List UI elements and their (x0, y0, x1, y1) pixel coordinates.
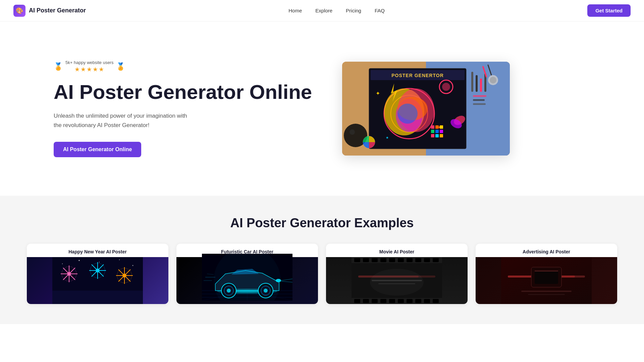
svg-rect-38 (473, 95, 486, 97)
svg-rect-122 (389, 299, 395, 303)
example-card-movie[interactable]: Movie AI Poster (326, 244, 468, 304)
nav-links: Home Explore Pricing FAQ (288, 8, 385, 14)
badge-text: 5k+ happy website users (65, 60, 113, 65)
svg-rect-18 (431, 125, 434, 129)
svg-point-49 (132, 265, 133, 266)
card-title-ad: Advertising AI Poster (476, 244, 617, 257)
svg-rect-19 (435, 125, 439, 129)
hero-subtitle: Unleash the unlimited power of your imag… (54, 111, 195, 129)
svg-rect-23 (440, 130, 443, 133)
hero-title: AI Poster Generator Online (54, 81, 315, 103)
svg-rect-127 (433, 299, 439, 303)
svg-rect-107 (354, 258, 360, 262)
navbar: 🎨 AI Poster Generator Home Explore Prici… (0, 0, 644, 21)
card-title-movie: Movie AI Poster (326, 244, 468, 257)
svg-rect-44 (52, 291, 143, 304)
examples-section: AI Poster Generator Examples Happy New Y… (0, 196, 644, 324)
svg-rect-108 (363, 258, 369, 262)
svg-text:POSTER GENERTOR: POSTER GENERTOR (391, 73, 444, 78)
svg-rect-140 (521, 291, 572, 292)
svg-rect-113 (407, 258, 413, 262)
svg-rect-110 (380, 258, 386, 262)
svg-point-101 (214, 254, 281, 301)
svg-rect-29 (480, 78, 482, 92)
logo-text: AI Poster Generator (29, 7, 86, 14)
example-card-ad[interactable]: Advertising AI Poster (476, 244, 617, 304)
svg-rect-139 (535, 270, 558, 272)
hero-svg: POSTER GENERTOR ✦ ✦ ★ (342, 62, 510, 156)
laurel-left-icon: 🏅 (54, 62, 63, 71)
card-image-new-year (27, 257, 168, 304)
svg-rect-40 (473, 103, 486, 105)
examples-title: AI Poster Generator Examples (27, 216, 617, 230)
svg-rect-126 (424, 299, 430, 303)
logo-link[interactable]: 🎨 AI Poster Generator (13, 5, 86, 17)
svg-rect-121 (380, 299, 386, 303)
svg-rect-20 (440, 125, 443, 129)
nav-home[interactable]: Home (288, 8, 302, 13)
svg-point-13 (442, 83, 450, 91)
svg-rect-28 (476, 75, 478, 92)
svg-point-46 (79, 260, 80, 261)
get-started-button[interactable]: Get Started (587, 4, 631, 17)
svg-point-34 (350, 129, 355, 135)
svg-point-59 (67, 272, 71, 276)
svg-rect-141 (528, 294, 565, 295)
badge-content: 5k+ happy website users ★★★★★ (65, 60, 113, 73)
hero-section: 🏅 5k+ happy website users ★★★★★ 🏅 AI Pos… (0, 21, 644, 196)
svg-rect-22 (435, 130, 439, 133)
svg-rect-26 (440, 134, 443, 137)
hero-left: 🏅 5k+ happy website users ★★★★★ 🏅 AI Pos… (54, 60, 315, 157)
svg-rect-119 (363, 299, 369, 303)
laurel-right-icon: 🏅 (116, 62, 125, 71)
svg-rect-124 (407, 299, 413, 303)
card-title-new-year: Happy New Year AI Poster (27, 244, 168, 257)
svg-rect-114 (415, 258, 421, 262)
svg-rect-39 (473, 99, 485, 101)
svg-rect-24 (431, 134, 434, 137)
svg-rect-27 (471, 72, 473, 92)
svg-point-68 (96, 268, 100, 273)
logo-icon: 🎨 (13, 5, 25, 17)
hero-cta-button[interactable]: AI Poster Generator Online (54, 142, 141, 157)
svg-rect-120 (372, 299, 378, 303)
hero-right: POSTER GENERTOR ✦ ✦ ★ (342, 62, 604, 156)
svg-rect-123 (398, 299, 404, 303)
svg-rect-115 (424, 258, 430, 262)
svg-rect-131 (372, 280, 422, 281)
svg-rect-112 (398, 258, 404, 262)
svg-rect-21 (431, 130, 434, 133)
svg-point-45 (62, 263, 63, 264)
svg-point-37 (490, 77, 496, 83)
svg-point-48 (119, 259, 120, 260)
svg-rect-132 (378, 283, 415, 284)
card-image-car (176, 257, 318, 304)
poster-visual: POSTER GENERTOR ✦ ✦ ★ (342, 62, 510, 156)
svg-rect-111 (389, 258, 395, 262)
svg-rect-125 (415, 299, 421, 303)
svg-text:★: ★ (386, 136, 389, 139)
svg-point-77 (122, 274, 126, 278)
svg-point-11 (397, 104, 418, 124)
svg-point-47 (99, 262, 100, 262)
user-badge: 🏅 5k+ happy website users ★★★★★ 🏅 (54, 60, 125, 73)
svg-rect-138 (535, 270, 558, 284)
svg-point-130 (370, 269, 424, 296)
nav-pricing[interactable]: Pricing (346, 8, 361, 13)
svg-text:✦: ✦ (376, 90, 380, 96)
examples-grid: Happy New Year AI Poster (27, 244, 617, 304)
nav-explore[interactable]: Explore (315, 8, 332, 13)
card-image-ad (476, 257, 617, 304)
nav-faq[interactable]: FAQ (375, 8, 385, 13)
example-card-car[interactable]: Futuristic Car AI Poster (176, 244, 318, 304)
example-card-new-year[interactable]: Happy New Year AI Poster (27, 244, 168, 304)
svg-rect-116 (433, 258, 439, 262)
star-rating: ★★★★★ (74, 66, 105, 73)
card-image-movie (326, 257, 468, 304)
svg-rect-109 (372, 258, 378, 262)
hero-image: POSTER GENERTOR ✦ ✦ ★ (342, 62, 510, 156)
svg-rect-25 (435, 134, 439, 137)
svg-rect-118 (354, 299, 360, 303)
